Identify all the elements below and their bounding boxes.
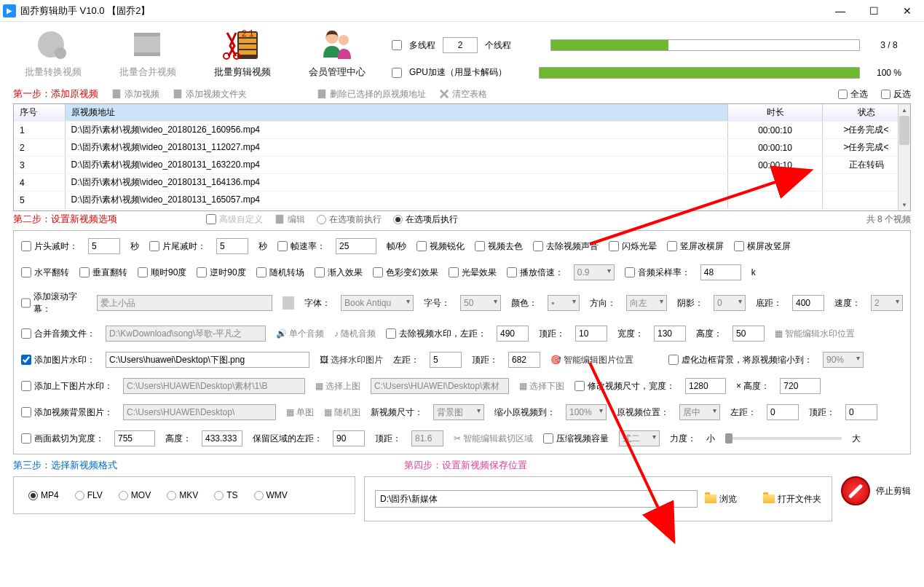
crop-w-input[interactable] [114,430,155,446]
tb-path2-input[interactable] [371,378,509,394]
audio-rate-input[interactable] [700,264,741,280]
rand-img-btn[interactable]: ▦随机图 [324,406,360,419]
pick-top-btn[interactable]: ▦选择上图 [315,380,360,393]
minimize-button[interactable]: — [824,0,857,22]
tail-cut-chk[interactable]: 片尾减时： [149,240,206,253]
img-l-input[interactable] [430,352,462,368]
img-t-input[interactable] [508,352,540,368]
browse-button[interactable]: 浏览 [705,493,737,505]
format-flv[interactable]: FLV [75,490,103,500]
stop-button[interactable]: 停止剪辑 [841,476,911,505]
open-folder-button[interactable]: 打开文件夹 [763,493,821,505]
topm-input[interactable] [845,404,877,420]
exec-before-radio[interactable]: 在选项前执行 [317,213,382,226]
shrink-select[interactable]: 100% [566,404,607,420]
format-mkv[interactable]: MKV [167,490,198,500]
flash-chk[interactable]: 闪烁光晕 [609,240,657,253]
col-dur[interactable]: 时长 [728,104,823,122]
table-row[interactable]: 4D:\固乔\素材\视频\video_20180131_164136.mp4 [14,174,910,192]
close-button[interactable]: ✕ [891,0,924,22]
compress-select[interactable]: 式二 [619,430,660,446]
format-ts[interactable]: TS [214,490,237,500]
audio-rate-chk[interactable]: 音频采样率： [625,267,690,279]
col-path[interactable]: 原视频地址 [65,104,728,122]
rm-left-input[interactable] [497,326,529,342]
fadein-chk[interactable]: 渐入效果 [315,267,363,279]
add-bg-chk[interactable]: 添加视频背景图片： [21,406,113,419]
ccw90-chk[interactable]: 逆时90度 [197,267,245,279]
shadow-select[interactable]: 0 [714,295,746,311]
glow-chk[interactable]: 光晕效果 [449,267,497,279]
save-path-input[interactable] [375,490,698,508]
force-slider[interactable] [725,437,842,440]
rm-top-input[interactable] [575,326,607,342]
colorfx-chk[interactable]: 色彩变幻效果 [373,267,438,279]
smart-pos-btn[interactable]: 🎯智能编辑图片位置 [550,354,633,366]
clear-table-button[interactable]: 清空表格 [439,88,487,101]
fps-input[interactable] [336,238,376,254]
gpu-checkbox[interactable] [392,68,402,78]
head-cut-input[interactable] [88,238,120,254]
crop-chk[interactable]: 画面裁切为宽度： [21,433,104,445]
remove-wm-chk[interactable]: 去除视频水印，左距： [386,328,486,340]
decolor-chk[interactable]: 视频去色 [475,240,523,253]
single-audio-btn[interactable]: 🔊单个音频 [276,328,324,340]
rs-w-input[interactable] [685,378,726,394]
h2v-chk[interactable]: 横屏改竖屏 [734,240,791,253]
vflip-chk[interactable]: 垂直翻转 [79,267,127,279]
head-cut-chk[interactable]: 片头减时： [21,240,78,253]
table-scrollbar[interactable]: ▲ ▼ [898,104,910,210]
col-stat[interactable]: 状态 [823,104,910,122]
img-wm-path[interactable] [106,352,309,368]
add-tb-wm-chk[interactable]: 添加上下图片水印： [21,380,113,393]
tool-batch-merge[interactable]: 批量合并视频 [108,26,188,79]
origpos-select[interactable]: 居中 [679,404,720,420]
format-mp4[interactable]: MP4 [28,490,59,500]
keep-l-input[interactable] [333,430,365,446]
fontsize-select[interactable]: 50 [460,295,501,311]
cw90-chk[interactable]: 顺时90度 [138,267,186,279]
table-row[interactable]: 3D:\固乔\素材\视频\video_20180131_163220.mp400… [14,157,910,174]
invert-checkbox[interactable]: 反选 [881,88,911,101]
smart-wm-btn[interactable]: ▦智能编辑水印位置 [775,328,855,340]
v2h-chk[interactable]: 竖屏改横屏 [667,240,724,253]
sharpen-chk[interactable]: 视频锐化 [416,240,465,253]
exec-after-radio[interactable]: 在选项后执行 [393,213,458,226]
rs-h-input[interactable] [780,378,821,394]
format-mov[interactable]: MOV [119,490,151,500]
resize-chk[interactable]: 修改视频尺寸，宽度： [574,380,675,393]
merge-audio-chk[interactable]: 合并音频文件： [21,328,95,340]
speed2-select[interactable]: 2 [871,295,903,311]
merge-audio-path[interactable] [106,326,266,342]
pick-bottom-btn[interactable]: ▦选择下图 [519,380,564,393]
rm-w-input[interactable] [654,326,686,342]
bottom-input[interactable] [792,295,824,311]
hflip-chk[interactable]: 水平翻转 [21,267,69,279]
tail-cut-input[interactable] [216,238,248,254]
compress-chk[interactable]: 压缩视频容量 [543,433,609,445]
tool-batch-convert[interactable]: 批量转换视频 [13,26,93,79]
blur-pct-select[interactable]: 90% [823,352,864,368]
speed-chk[interactable]: 播放倍速： [507,267,564,279]
speed-select[interactable]: 0.9 [574,264,615,280]
color-select[interactable]: ▪ [548,295,580,311]
adv-custom-checkbox[interactable]: 高级自定义 [206,213,263,226]
table-row[interactable]: 1D:\固乔\素材\视频\video_20180126_160956.mp400… [14,122,910,139]
newsize-select[interactable]: 背景图 [433,404,484,420]
col-seq[interactable]: 序号 [14,104,65,122]
video-table[interactable]: 序号 原视频地址 时长 状态 1D:\固乔\素材\视频\video_201801… [13,103,911,211]
maximize-button[interactable]: ☐ [857,0,891,22]
table-row[interactable]: 2D:\固乔\素材\视频\video_20180131_112027.mp400… [14,139,910,157]
rm-h-input[interactable] [733,326,765,342]
add-folder-button[interactable]: 添加视频文件夹 [173,88,247,101]
tb-path-input[interactable] [123,378,305,394]
fps-chk[interactable]: 帧速率： [277,240,325,253]
scroll-up-icon[interactable]: ▲ [899,104,910,116]
tool-batch-edit[interactable]: 2 1 批量剪辑视频 [202,26,283,79]
font-select[interactable]: Book Antiqu [341,295,414,311]
dir-select[interactable]: 向左 [626,295,667,311]
smart-crop-btn[interactable]: ✂智能编辑裁切区域 [454,433,533,445]
scroll-text-input[interactable] [97,295,272,311]
pick-img-btn[interactable]: 🖼选择水印图片 [320,354,383,366]
rand-audio-btn[interactable]: ♪随机音频 [334,328,376,340]
